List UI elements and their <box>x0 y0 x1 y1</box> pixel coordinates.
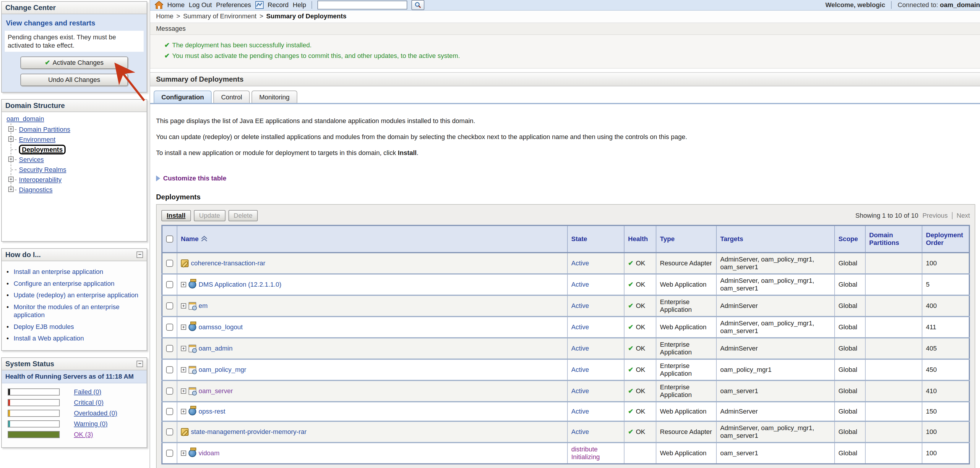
gauge-label-link[interactable]: Failed (0) <box>74 388 101 396</box>
collapse-icon[interactable]: − <box>137 251 143 258</box>
col-health[interactable]: Health <box>624 225 656 252</box>
search-button[interactable] <box>411 0 425 10</box>
gauge-label-link[interactable]: Overloaded (0) <box>74 409 117 417</box>
tab[interactable]: Configuration <box>154 91 212 103</box>
deployment-name-link[interactable]: oam_admin <box>199 345 232 352</box>
gauge-label-link[interactable]: Critical (0) <box>74 399 103 406</box>
deployment-name-link[interactable]: em <box>199 302 208 310</box>
row-checkbox[interactable] <box>166 302 173 310</box>
tree-item-link[interactable]: Interoperability <box>19 176 62 184</box>
sort-ascending-icon[interactable] <box>201 236 207 242</box>
toolbar-record-link[interactable]: Record <box>268 1 289 9</box>
tree-item-link[interactable]: Security Realms <box>19 166 66 173</box>
how-do-i-link[interactable]: Install an enterprise application <box>14 268 103 275</box>
expand-icon[interactable]: + <box>181 450 186 456</box>
row-checkbox[interactable] <box>166 428 173 436</box>
col-targets[interactable]: Targets <box>716 225 835 252</box>
row-type-cell: Web Application <box>656 402 716 421</box>
row-state-cell: Active <box>568 380 624 402</box>
row-checkbox[interactable] <box>166 260 173 267</box>
expand-icon[interactable]: + <box>181 282 186 287</box>
col-state[interactable]: State <box>568 225 624 252</box>
col-partitions[interactable]: Domain Partitions <box>865 225 922 252</box>
row-checkbox[interactable] <box>166 408 173 415</box>
deployment-name-link[interactable]: DMS Application (12.2.1.1.0) <box>199 281 282 288</box>
paging-next[interactable]: Next <box>957 212 970 219</box>
row-checkbox[interactable] <box>166 450 173 457</box>
col-type[interactable]: Type <box>656 225 716 252</box>
collapse-icon[interactable]: − <box>137 361 143 367</box>
col-name[interactable]: Name <box>177 225 568 252</box>
update-button[interactable]: Update <box>194 210 226 221</box>
breadcrumb-link[interactable]: Summary of Environment <box>183 13 256 20</box>
row-checkbox[interactable] <box>166 324 173 331</box>
tab[interactable]: Monitoring <box>251 91 298 103</box>
view-changes-link[interactable]: View changes and restarts <box>6 19 142 27</box>
row-checkbox[interactable] <box>166 345 173 352</box>
expand-icon[interactable]: + <box>181 324 186 330</box>
toolbar-logout-link[interactable]: Log Out <box>189 1 212 9</box>
tree-item-link[interactable]: Services <box>19 156 44 163</box>
deployment-name-link[interactable]: state-management-provider-memory-rar <box>191 428 307 436</box>
col-order[interactable]: Deployment Order <box>922 225 969 252</box>
how-do-i-link[interactable]: Configure an enterprise application <box>14 280 115 287</box>
check-icon: ✔ <box>45 59 50 66</box>
gauge-label-link[interactable]: Warning (0) <box>74 420 108 428</box>
deployment-name-link[interactable]: vidoam <box>199 449 220 457</box>
col-scope[interactable]: Scope <box>835 225 865 252</box>
undo-all-changes-button[interactable]: Undo All Changes <box>21 73 128 86</box>
row-partitions-cell <box>865 359 922 380</box>
toolbar-preferences-link[interactable]: Preferences <box>216 1 251 9</box>
expand-icon[interactable]: + <box>181 367 186 372</box>
expand-icon[interactable]: + <box>181 409 186 414</box>
deployment-name-link[interactable]: oam_server <box>199 387 233 395</box>
how-do-i-link[interactable]: Monitor the modules of an enterprise app… <box>14 303 119 319</box>
install-button[interactable]: Install <box>161 210 191 221</box>
tree-item-link[interactable]: Environment <box>19 136 56 143</box>
row-checkbox[interactable] <box>166 388 173 395</box>
how-do-i-link[interactable]: Deploy EJB modules <box>14 323 74 331</box>
row-order-cell: 100 <box>922 442 969 464</box>
row-checkbox[interactable] <box>166 366 173 373</box>
delete-button[interactable]: Delete <box>228 210 258 221</box>
deployment-name-link[interactable]: coherence-transaction-rar <box>191 259 266 267</box>
row-checkbox[interactable] <box>166 281 173 288</box>
customize-table-link[interactable]: Customize this table <box>156 174 975 182</box>
expand-icon[interactable]: + <box>181 303 186 308</box>
tree-expand-icon[interactable]: + <box>8 177 14 182</box>
toolbar-home-link[interactable]: Home <box>167 1 185 9</box>
row-type-cell: Enterprise Application <box>656 359 716 380</box>
search-input[interactable] <box>317 1 407 10</box>
expand-icon[interactable]: + <box>181 346 186 351</box>
gauge-label-link[interactable]: OK (3) <box>74 431 93 438</box>
paging-previous[interactable]: Previous <box>923 212 948 219</box>
how-do-i-link[interactable]: Install a Web application <box>14 335 84 342</box>
toolbar-help-link[interactable]: Help <box>293 1 306 9</box>
row-name-cell: + oam_admin <box>177 338 568 359</box>
health-gauge-bar <box>8 431 60 438</box>
change-center-title-text: Change Center <box>5 3 56 12</box>
deployment-name-link[interactable]: oamsso_logout <box>199 323 243 331</box>
activate-changes-button[interactable]: ✔Activate Changes <box>21 56 128 69</box>
deployment-row: + DMS Application (12.2.1.1.0) Active ✔O… <box>162 274 969 295</box>
deployment-name-link[interactable]: oam_policy_mgr <box>199 366 246 374</box>
tree-expand-icon[interactable]: + <box>8 136 14 142</box>
tree-expand-icon[interactable]: + <box>8 157 14 162</box>
breadcrumb-link[interactable]: Home <box>156 13 173 20</box>
tree-item-link[interactable]: Diagnostics <box>19 186 52 193</box>
tree-item-link[interactable]: Deployments <box>19 145 65 155</box>
row-state-cell: Active <box>568 402 624 421</box>
row-scope-cell: Global <box>835 359 865 380</box>
intro-paragraph-2: You can update (redeploy) or delete inst… <box>156 133 975 141</box>
row-order-cell: 450 <box>922 359 969 380</box>
intro-paragraph-3: To install a new application or module f… <box>156 149 975 157</box>
tab[interactable]: Control <box>213 91 250 103</box>
tree-expand-icon[interactable]: + <box>8 187 14 192</box>
deployment-name-link[interactable]: opss-rest <box>199 408 225 415</box>
how-do-i-link[interactable]: Update (redeploy) an enterprise applicat… <box>14 291 138 299</box>
tree-item-link[interactable]: Domain Partitions <box>19 126 70 133</box>
expand-icon[interactable]: + <box>181 388 186 394</box>
tree-root-oam-domain[interactable]: oam_domain <box>6 115 44 123</box>
tree-expand-icon[interactable]: + <box>8 126 14 132</box>
select-all-checkbox[interactable] <box>166 235 173 243</box>
